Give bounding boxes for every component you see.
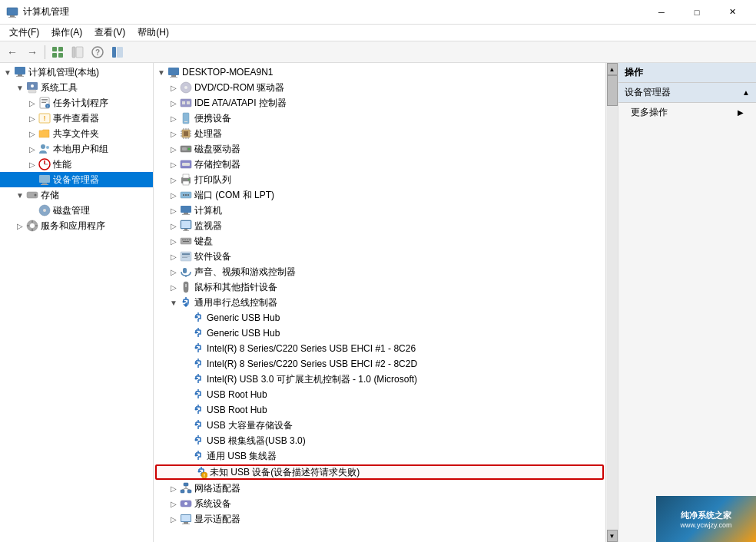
right-panel-device-manager[interactable]: 设备管理器 ▲ <box>618 83 756 103</box>
svg-point-17 <box>31 84 34 88</box>
svg-rect-86 <box>181 221 191 228</box>
left-item-task-scheduler[interactable]: ▷ ! 任务计划程序 <box>0 95 153 111</box>
middle-item-intel-ehci2[interactable]: Intel(R) 8 Series/C220 Series USB EHCI #… <box>154 356 605 372</box>
svg-point-38 <box>43 209 46 212</box>
svg-point-105 <box>195 347 197 349</box>
middle-item-com[interactable]: ▷ 端口 (COM 和 LPT) <box>154 187 605 203</box>
middle-item-system-device[interactable]: ▷ 系统设备 <box>154 496 605 511</box>
up-button[interactable] <box>48 44 67 61</box>
usb-error-icon: ! <box>195 466 207 478</box>
menu-file[interactable]: 文件(F) <box>3 25 45 41</box>
svg-point-106 <box>195 362 197 365</box>
middle-item-computer[interactable]: ▷ 计算机 <box>154 203 605 218</box>
left-item-local-users-label: 本地用户和组 <box>53 143 108 156</box>
intel-ehci2-icon <box>192 358 204 370</box>
disk-mgmt-toggle <box>26 207 38 215</box>
middle-item-network[interactable]: ▷ 网络适配器 <box>154 481 605 496</box>
svg-rect-92 <box>187 240 188 240</box>
intel-ehci1-icon <box>192 342 204 355</box>
back-button[interactable]: ← <box>3 44 22 61</box>
svg-rect-6 <box>58 53 63 58</box>
device-mgr-icon <box>38 174 51 186</box>
middle-item-intel-ehci1[interactable]: Intel(R) 8 Series/C220 Series USB EHCI #… <box>154 341 605 356</box>
middle-item-usb-root-hub1[interactable]: USB Root Hub <box>154 387 605 402</box>
scroll-up-btn[interactable]: ▲ <box>607 63 618 75</box>
middle-item-intel-xhci[interactable]: Intel(R) USB 3.0 可扩展主机控制器 - 1.0 (Microso… <box>154 372 605 387</box>
middle-item-usb-ctrl[interactable]: ▼ 通用串行总线控制器 <box>154 295 605 310</box>
close-button[interactable]: ✕ <box>715 0 750 25</box>
svg-rect-0 <box>7 8 18 15</box>
portable-icon <box>180 112 192 124</box>
middle-scrollbar[interactable]: ▲ ▼ <box>605 63 618 542</box>
scroll-thumb[interactable] <box>607 75 618 106</box>
menu-help[interactable]: 帮助(H) <box>131 25 175 41</box>
svg-rect-15 <box>16 76 24 77</box>
svg-rect-18 <box>28 90 36 93</box>
cpu-icon <box>180 127 192 140</box>
left-item-event-viewer[interactable]: ▷ ! 事件查看器 <box>0 111 153 126</box>
middle-item-usb-generic-hub[interactable]: 通用 USB 集线器 <box>154 448 605 464</box>
left-item-storage[interactable]: ▼ 存储 <box>0 187 153 203</box>
middle-item-portable[interactable]: ▷ 便携设备 <box>154 111 605 126</box>
middle-item-usb-mass[interactable]: USB 大容量存储设备 <box>154 418 605 433</box>
left-item-system-tools-label: 系统工具 <box>41 81 78 94</box>
left-item-device-manager[interactable]: 设备管理器 <box>0 172 153 187</box>
middle-item-cpu[interactable]: ▷ 处理器 <box>154 126 605 141</box>
middle-root-item[interactable]: ▼ DESKTOP-MOEA9N1 <box>154 64 605 80</box>
print-icon <box>180 174 192 186</box>
ide-icon <box>180 97 192 109</box>
computer-label: 计算机 <box>194 204 222 217</box>
svg-rect-91 <box>184 240 186 240</box>
keyboard-icon <box>180 235 192 247</box>
svg-rect-11 <box>112 47 116 58</box>
middle-item-keyboard[interactable]: ▷ 键盘 <box>154 233 605 249</box>
usb-root-hub3-label: USB 根集线器(USB 3.0) <box>207 435 306 448</box>
left-root-item[interactable]: ▼ 计算机管理(本地) <box>0 64 153 80</box>
left-item-services[interactable]: ▷ 服务和应用程序 <box>0 218 153 233</box>
menu-view[interactable]: 查看(V) <box>88 25 131 41</box>
left-item-disk-mgmt[interactable]: 磁盘管理 <box>0 203 153 218</box>
forward-button[interactable]: → <box>23 44 41 61</box>
middle-item-ide[interactable]: ▷ IDE ATA/ATAPI 控制器 <box>154 95 605 111</box>
svg-rect-7 <box>72 47 75 58</box>
middle-item-generic-hub1[interactable]: Generic USB Hub <box>154 310 605 326</box>
middle-item-storage-ctrl[interactable]: ▷ 存储控制器 <box>154 157 605 172</box>
svg-rect-47 <box>170 77 177 78</box>
left-item-shared-label: 共享文件夹 <box>53 127 99 140</box>
left-item-event-label: 事件查看器 <box>53 112 99 125</box>
middle-item-soft[interactable]: ▷ 软件设备 <box>154 249 605 264</box>
usb-root-hub2-icon <box>192 404 204 416</box>
middle-item-dvd[interactable]: ▷ DVD/CD-ROM 驱动器 <box>154 80 605 95</box>
middle-item-disk[interactable]: ▷ 磁盘驱动器 <box>154 141 605 157</box>
show-hide-button[interactable] <box>68 44 87 61</box>
svg-rect-87 <box>184 229 187 230</box>
middle-panel: ▼ DESKTOP-MOEA9N1 ▷ DVD/CD-ROM 驱动器 <box>154 63 605 542</box>
middle-item-usb-root-hub3[interactable]: USB 根集线器(USB 3.0) <box>154 433 605 448</box>
svg-text:!: ! <box>204 473 205 478</box>
system-tools-icon <box>26 81 38 94</box>
menu-action[interactable]: 操作(A) <box>45 25 88 41</box>
middle-item-audio[interactable]: ▷ 声音、视频和游戏控制器 <box>154 264 605 279</box>
middle-item-mouse[interactable]: ▷ 鼠标和其他指针设备 <box>154 279 605 295</box>
help-button[interactable]: ? <box>88 44 107 61</box>
svg-line-121 <box>186 488 190 490</box>
svg-point-123 <box>184 502 187 505</box>
middle-item-print[interactable]: ▷ 打印队列 <box>154 172 605 187</box>
svg-point-28 <box>46 146 49 149</box>
left-item-shared-folders[interactable]: ▷ 共享文件夹 <box>0 126 153 141</box>
svg-point-81 <box>187 194 189 196</box>
middle-item-display[interactable]: ▷ 显示适配器 <box>154 511 605 527</box>
middle-item-unknown-usb[interactable]: ! 未知 USB 设备(设备描述符请求失败) <box>155 464 604 480</box>
maximize-button[interactable]: □ <box>679 0 715 25</box>
settings-button[interactable] <box>108 44 127 61</box>
minimize-button[interactable]: ─ <box>644 0 679 25</box>
right-panel-more-actions[interactable]: 更多操作 ▶ <box>618 103 756 122</box>
scroll-down-btn[interactable]: ▼ <box>607 530 618 542</box>
middle-item-usb-root-hub2[interactable]: USB Root Hub <box>154 402 605 418</box>
left-item-system-tools[interactable]: ▼ 系统工具 <box>0 80 153 95</box>
svg-point-40 <box>30 223 35 228</box>
middle-item-monitor[interactable]: ▷ 监视器 <box>154 218 605 233</box>
middle-item-generic-hub2[interactable]: Generic USB Hub <box>154 326 605 341</box>
left-item-performance[interactable]: ▷ 性能 <box>0 157 153 172</box>
left-item-local-users[interactable]: ▷ 本地用户和组 <box>0 141 153 157</box>
